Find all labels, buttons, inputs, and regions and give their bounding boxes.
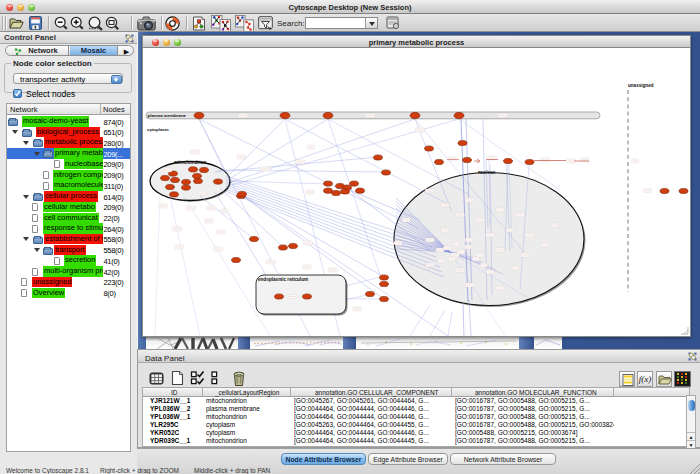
svg-text:plasma membrane: plasma membrane [148,113,187,118]
svg-text:mitochondrion: mitochondrion [174,160,206,165]
svg-text:endoplasmic reticulum: endoplasmic reticulum [258,277,308,282]
svg-text:nucleus: nucleus [478,170,496,175]
svg-text:unassigned: unassigned [628,83,654,88]
svg-text:cytoplasm: cytoplasm [147,127,169,132]
